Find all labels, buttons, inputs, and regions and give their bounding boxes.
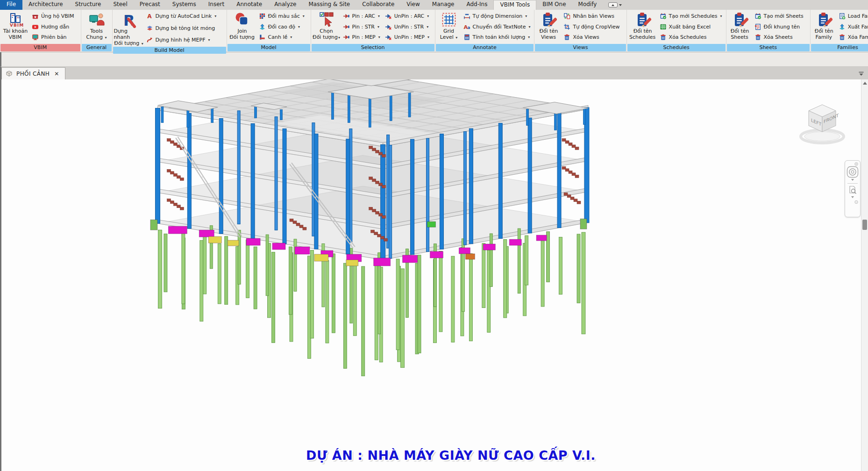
viewbar-collapse-icon[interactable] [858, 70, 864, 78]
tinh-toan-khoi-luong-button[interactable]: Tính toán khối lượng▾ [462, 33, 532, 42]
panel-model: Join Đối tượng Đổi màu sắc▾ Đổi cao độ▾ … [227, 10, 311, 52]
xoa-views-button[interactable]: Xóa Views [562, 33, 624, 42]
tab-steel[interactable]: Steel [107, 0, 133, 10]
scrollbar-thumb[interactable] [862, 220, 867, 230]
dung-nhanh-doi-tuong-button[interactable]: Dựng nhanh Đối tượng ▾ [114, 10, 144, 47]
drawing-area[interactable]: LEFT FRONT DỰ ÁN : NHÀ MÁY GIÀY NỮ CAO C… [0, 79, 868, 471]
tai-khoan-vbim-button[interactable]: Tài khoản VBIM [1, 10, 29, 44]
zoom-tool-icon[interactable] [847, 185, 858, 195]
tab-precast[interactable]: Precast [134, 0, 166, 10]
grid-level-button[interactable]: Grid Level ▾ [437, 10, 461, 44]
join-doi-tuong-button[interactable]: Join Đối tượng [228, 10, 256, 44]
xoa-schedules-button[interactable]: Xóa Schedules [658, 33, 724, 42]
view-tab-phoi-canh[interactable]: PHỐI CẢNH ✕ [1, 67, 65, 79]
ung-ho-vbim-button[interactable]: Ủng hộ VBIM [30, 12, 78, 21]
tab-annotate[interactable]: Annotate [230, 0, 268, 10]
viewcube[interactable]: LEFT FRONT [799, 102, 847, 150]
tab-analyze[interactable]: Analyze [268, 0, 302, 10]
panel-label-sheets[interactable]: Sheets [727, 44, 810, 51]
pin-mep-button[interactable]: Pin : MEP▾ [342, 33, 382, 42]
tab-view[interactable]: View [400, 0, 426, 10]
tab-systems[interactable]: Systems [166, 0, 202, 10]
big-button-label: Tài khoản [3, 28, 28, 34]
chuyen-doi-textnote-button[interactable]: Chuyển đổi TextNote▾ [462, 22, 532, 31]
ribbon-tab-bar: File Architecture Structure Steel Precas… [0, 0, 868, 10]
navbar-dropdown-icon[interactable] [851, 179, 854, 181]
doi-ten-views-button[interactable]: Đổi tên Views [536, 10, 561, 44]
doi-khung-ten-button[interactable]: Đổi khung tên [753, 22, 808, 31]
tao-moi-schedules-button[interactable]: Tạo mới Schedules▾ [658, 12, 724, 21]
panel-families: Đổi tên Family Load Family Xuất Family X… [811, 10, 868, 52]
xoa-family-button[interactable]: Xóa Family [837, 33, 868, 42]
ribbon-collapse-button[interactable] [605, 0, 625, 10]
tab-architecture[interactable]: Architecture [22, 0, 69, 10]
panel-label-views[interactable]: Views [535, 44, 626, 51]
concrete-layers-icon [146, 25, 153, 32]
unpin-mep-button[interactable]: UnPin : MEP▾ [384, 33, 431, 42]
doi-cao-do-button[interactable]: Đổi cao độ▾ [257, 22, 306, 31]
phien-ban-button[interactable]: Phiên bản [30, 33, 78, 42]
navbar-close-icon[interactable] [847, 162, 859, 166]
autocad-a-icon [146, 13, 153, 20]
tab-vbim-tools[interactable]: VBIM Tools [493, 0, 536, 10]
doi-ten-family-button[interactable]: Đổi tên Family [812, 10, 836, 44]
vertical-scrollbar[interactable] [861, 79, 868, 471]
xoa-sheets-button[interactable]: Xóa Sheets [753, 33, 808, 42]
steering-wheel-icon[interactable] [847, 166, 859, 178]
tao-moi-sheets-button[interactable]: Tạo mới Sheets [753, 12, 808, 21]
huong-dan-button[interactable]: Hướng dẫn [30, 22, 78, 31]
pin-str-button[interactable]: Pin : STR▾ [342, 22, 382, 31]
panel-general: Tools Chung ▾ General [81, 10, 113, 52]
tab-add-ins[interactable]: Add-Ins [460, 0, 493, 10]
xuat-bang-excel-button[interactable]: Xuất bảng Excel [658, 22, 724, 31]
panel-label-vbim[interactable]: VBIM [0, 44, 80, 51]
navigation-bar [845, 160, 861, 217]
panel-label-schedules[interactable]: Schedules [627, 44, 726, 51]
zoom-dropdown-icon[interactable] [851, 196, 854, 198]
tab-collaborate[interactable]: Collaborate [356, 0, 400, 10]
load-family-button[interactable]: Load Family [837, 12, 868, 21]
scroll-up-icon[interactable] [861, 79, 868, 87]
navbar-minimize-icon[interactable] [847, 200, 859, 204]
ribbon: Tài khoản VBIM Ủng hộ VBIM Hướng dẫn Phi… [0, 10, 868, 52]
panel-label-model[interactable]: Model [228, 44, 310, 51]
dung-tu-autocad-link-button[interactable]: Dựng từ AutoCad Link▾ [145, 12, 220, 21]
unpin-str-button[interactable]: UnPin : STR▾ [384, 22, 431, 31]
pin-arc-button[interactable]: Pin : ARC▾ [342, 12, 382, 21]
dimension-icon [463, 13, 470, 20]
panel-label-general[interactable]: General [82, 44, 112, 51]
clipboard-pencil-icon [634, 11, 651, 28]
tu-dong-cropview-button[interactable]: Tự động CropView [562, 22, 624, 31]
panel-label-annotate[interactable]: Annotate [436, 44, 534, 51]
tools-chung-button[interactable]: Tools Chung ▾ [83, 10, 111, 44]
elevation-arrow-icon [259, 23, 266, 30]
panel-label-families[interactable]: Families [811, 44, 868, 51]
unpin-arc-button[interactable]: UnPin : ARC▾ [384, 12, 431, 21]
tab-file[interactable]: File [0, 0, 22, 10]
dung-hinh-he-mepf-button[interactable]: Dựng hình hệ MEPF▾ [145, 36, 220, 44]
join-shapes-icon [234, 11, 251, 28]
close-view-icon[interactable]: ✕ [53, 71, 60, 77]
tab-insert[interactable]: Insert [202, 0, 230, 10]
tab-bim-one[interactable]: BIM One [536, 0, 572, 10]
clipboard-pencil-icon [540, 11, 557, 28]
doi-ten-schedules-button[interactable]: Đổi tên Schedules [628, 10, 657, 44]
chon-doi-tuong-button[interactable]: Chọn Đối tượng▾ [313, 10, 341, 44]
nhan-ban-views-button[interactable]: Nhân bản Views [562, 12, 624, 21]
load-family-icon [839, 13, 846, 20]
unpin-icon [385, 23, 392, 30]
panel-label-selection[interactable]: Selection [312, 44, 434, 51]
doi-ten-sheets-button[interactable]: Đổi tên Sheets [728, 10, 752, 44]
xuat-family-button[interactable]: Xuất Family [837, 22, 868, 31]
tab-massing-site[interactable]: Massing & Site [302, 0, 356, 10]
tu-dong-dimension-button[interactable]: Tự động Dimension▾ [462, 12, 532, 21]
model-drawing [1, 79, 868, 471]
tab-modify[interactable]: Modify [572, 0, 603, 10]
titleblock-icon [754, 23, 761, 30]
doi-mau-sac-button[interactable]: Đổi màu sắc▾ [257, 12, 306, 21]
canh-le-button[interactable]: Canh lề▾ [257, 33, 306, 42]
tab-structure[interactable]: Structure [69, 0, 107, 10]
dung-be-tong-lot-mong-button[interactable]: Dựng bê tông lót móng [145, 24, 220, 33]
panel-label-build-model[interactable]: Build Model [113, 47, 226, 54]
tab-manage[interactable]: Manage [426, 0, 461, 10]
